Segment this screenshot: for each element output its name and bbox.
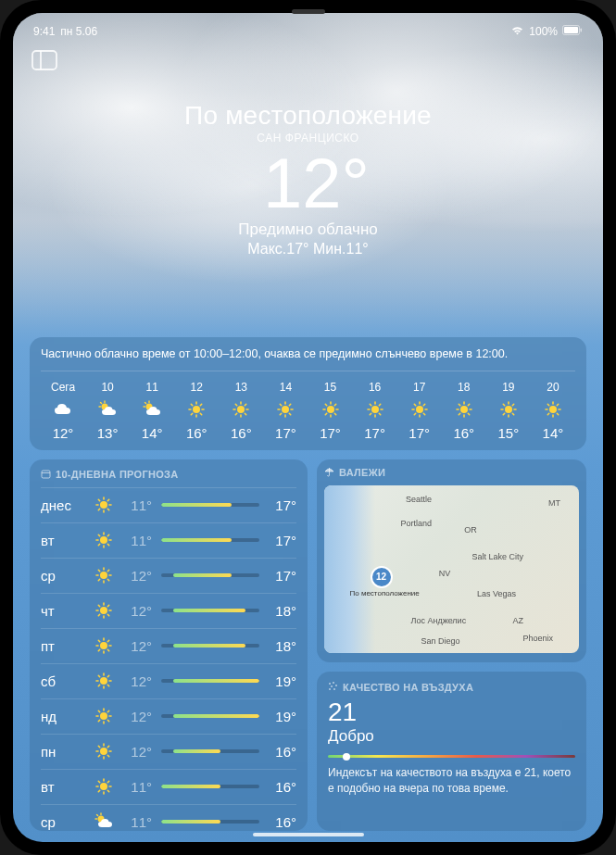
precipitation-card[interactable]: ВАЛЕЖИ SeattlePortlandORMTSalt Lake City… [317,459,586,663]
svg-line-27 [236,404,237,405]
svg-point-105 [100,536,107,544]
daily-row[interactable]: ср12°17° [41,558,296,593]
hour-temp: 13° [97,425,119,441]
hour-temp: 17° [320,425,341,441]
hourly-item[interactable]: 1216° [174,381,219,441]
svg-line-167 [107,746,108,747]
svg-line-28 [245,413,246,414]
svg-line-46 [334,413,335,414]
svg-point-114 [100,572,107,579]
svg-point-183 [335,685,337,686]
hourly-item[interactable]: 2014° [531,381,575,441]
svg-point-181 [329,683,331,685]
day-low: 11° [124,533,152,548]
daily-row[interactable]: днес11°17° [41,487,296,522]
sun-icon [93,496,115,514]
daily-row[interactable]: сб12°19° [41,663,296,698]
hourly-item[interactable]: 1717° [397,381,442,441]
hourly-item[interactable]: Сега12° [41,381,85,441]
aqi-status: Добро [328,727,575,746]
svg-point-96 [100,501,107,509]
day-low: 11° [124,814,152,830]
battery-percent: 100% [529,25,558,38]
map-ocean [324,485,375,654]
status-date: пн 5.06 [60,25,97,38]
daily-forecast-card[interactable]: 10-ДНЕВНА ПРОГНОЗА днес11°17°вт11°17°ср1… [30,459,308,831]
svg-line-112 [98,544,99,545]
svg-rect-3 [32,51,57,69]
sun-icon [93,531,115,549]
sun-icon [93,636,115,655]
daily-row[interactable]: чт12°18° [41,593,296,628]
svg-line-140 [107,640,108,641]
svg-line-83 [503,413,504,414]
hourly-item[interactable]: 1114° [130,381,174,441]
current-temperature: 12° [30,148,603,219]
daily-row[interactable]: ср11°16° [41,804,296,831]
svg-line-120 [107,579,108,580]
svg-rect-2 [581,29,583,32]
daily-row[interactable]: пн12°16° [41,734,296,769]
svg-line-65 [414,413,415,414]
svg-line-82 [512,413,513,414]
high-low: Макс.17° Мин.11° [13,241,603,258]
map-city-label: Seattle [406,495,432,504]
location-header[interactable]: По местоположение САН ФРАНЦИСКО 12° Пред… [13,101,603,258]
temp-range-bar [161,609,259,612]
svg-line-101 [98,499,99,500]
hourly-item[interactable]: 1417° [263,381,308,441]
svg-line-165 [107,755,108,756]
daily-row[interactable]: нд12°19° [41,698,296,734]
svg-line-173 [98,781,99,782]
sidebar-toggle-button[interactable] [31,50,59,74]
hourly-item[interactable]: 1013° [85,381,130,441]
location-mode: По местоположение [13,101,603,131]
svg-point-150 [100,712,107,720]
hourly-item[interactable]: 1517° [308,381,352,441]
daily-row[interactable]: вт11°16° [41,769,296,804]
hour-temp: 14° [543,425,564,441]
hour-label: 12 [191,381,203,394]
day-name: вт [41,779,83,795]
hour-label: 17 [413,381,425,394]
current-condition: Предимно облачно [13,220,603,239]
svg-line-57 [379,404,380,405]
hourly-item[interactable]: 1915° [486,381,531,441]
svg-point-85 [549,406,557,413]
svg-point-141 [100,677,107,685]
svg-line-64 [423,413,424,414]
map-location-pin[interactable]: 12 [371,566,393,588]
sun-icon [365,399,385,420]
map-city-label: Salt Lake City [472,552,524,561]
svg-line-18 [192,404,193,405]
hourly-item[interactable]: 1617° [353,381,397,441]
hour-label: Сега [51,381,75,394]
ipad-frame: 9:41 пн 5.06 100% По местоположение САН … [0,0,616,855]
sun-icon [231,399,251,420]
svg-line-56 [370,413,371,414]
svg-line-93 [557,404,558,405]
home-indicator[interactable] [253,833,364,836]
sun-icon [275,399,295,420]
hourly-summary: Частично облачно време от 10:00–12:00, о… [41,346,575,371]
hourly-item[interactable]: 1816° [442,381,486,441]
hourly-forecast-card[interactable]: Частично облачно време от 10:00–12:00, о… [30,337,586,450]
day-low: 12° [124,638,152,654]
air-quality-card[interactable]: КАЧЕСТВО НА ВЪЗДУХА 21 Добро Индексът на… [317,672,586,830]
hour-temp: 16° [453,425,474,441]
daily-row[interactable]: вт11°17° [41,522,296,558]
svg-rect-94 [42,471,50,478]
day-name: ср [41,568,83,584]
hourly-item[interactable]: 1316° [219,381,263,441]
daily-row[interactable]: пт12°18° [41,628,296,663]
svg-line-21 [201,404,202,405]
precipitation-map[interactable]: SeattlePortlandORMTSalt Lake CityNVLas V… [324,485,579,654]
svg-point-185 [333,688,335,690]
day-name: пн [41,744,83,760]
svg-line-66 [423,404,424,405]
svg-line-36 [281,404,282,405]
hourly-scroll[interactable]: Сега12°1013°1114°1216°1316°1417°1517°161… [41,371,575,441]
map-city-label: Лос Анджелис [411,616,467,625]
hour-label: 11 [146,381,158,394]
svg-line-176 [107,781,108,782]
